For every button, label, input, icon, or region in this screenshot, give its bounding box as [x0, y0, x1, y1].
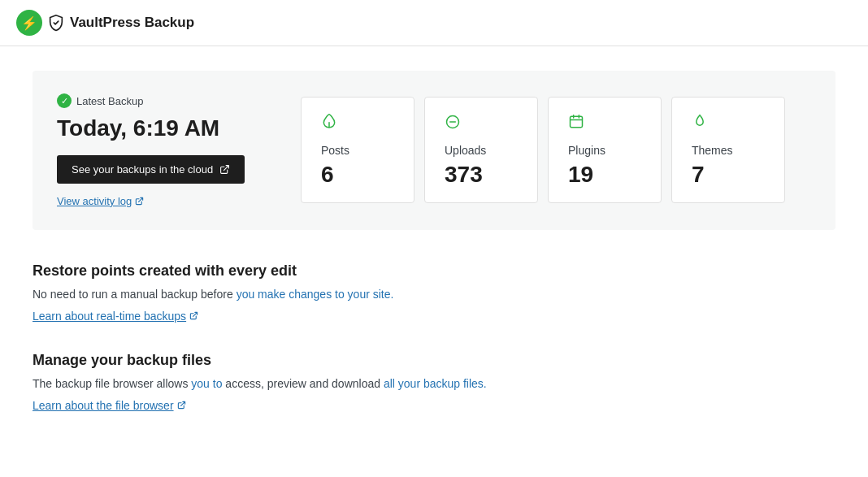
- app-title: VaultPress Backup: [70, 15, 194, 31]
- backup-info: ✓ Latest Backup Today, 6:19 AM See your …: [57, 93, 252, 207]
- info-sections: Restore points created with every edit N…: [33, 262, 835, 412]
- posts-label: Posts: [321, 144, 394, 157]
- bolt-icon: ⚡: [16, 10, 42, 36]
- check-icon: ✓: [57, 93, 72, 108]
- restore-text-highlight: you make changes to your site.: [237, 288, 394, 301]
- header: ⚡ VaultPress Backup: [0, 0, 868, 46]
- external-link-small-icon: [135, 197, 144, 206]
- manage-text-highlight: you to: [191, 377, 222, 390]
- themes-value: 7: [692, 163, 765, 186]
- stat-card-posts: Posts 6: [301, 97, 414, 203]
- main-content: ✓ Latest Backup Today, 6:19 AM See your …: [0, 46, 868, 436]
- vaultpress-shield-icon: [47, 14, 65, 32]
- backup-panel: ✓ Latest Backup Today, 6:19 AM See your …: [33, 71, 835, 230]
- realtime-backups-link[interactable]: Learn about real-time backups: [33, 310, 835, 323]
- external-link-icon: [219, 164, 230, 175]
- restore-title: Restore points created with every edit: [33, 262, 835, 280]
- uploads-icon: [445, 114, 518, 134]
- latest-backup-label: ✓ Latest Backup: [57, 93, 252, 108]
- stats-cards: Posts 6 Uploads 373: [301, 97, 785, 203]
- posts-value: 6: [321, 163, 394, 186]
- stat-card-uploads: Uploads 373: [424, 97, 538, 203]
- logo: ⚡ VaultPress Backup: [16, 10, 194, 36]
- file-browser-link[interactable]: Learn about the file browser: [33, 399, 835, 412]
- stat-card-themes: Themes 7: [671, 97, 785, 203]
- plugins-icon: [568, 114, 641, 134]
- manage-text-highlight-2: all your backup files.: [384, 377, 487, 390]
- manage-title: Manage your backup files: [33, 352, 835, 369]
- external-link-icon-2: [189, 311, 198, 320]
- svg-rect-1: [571, 117, 583, 128]
- manage-section: Manage your backup files The backup file…: [33, 352, 835, 412]
- external-link-icon-3: [177, 401, 186, 410]
- plugins-label: Plugins: [568, 144, 641, 157]
- stat-card-plugins: Plugins 19: [548, 97, 662, 203]
- restore-text: No need to run a manual backup before yo…: [33, 286, 835, 303]
- cloud-backup-button[interactable]: See your backups in the cloud: [57, 155, 245, 184]
- uploads-value: 373: [445, 163, 518, 186]
- themes-icon: [692, 114, 765, 134]
- themes-label: Themes: [692, 144, 765, 157]
- manage-text: The backup file browser allows you to ac…: [33, 375, 835, 392]
- restore-section: Restore points created with every edit N…: [33, 262, 835, 323]
- uploads-label: Uploads: [445, 144, 518, 157]
- activity-log-link[interactable]: View activity log: [57, 195, 252, 207]
- leaf-icon: [321, 114, 394, 134]
- plugins-value: 19: [568, 163, 641, 186]
- backup-time: Today, 6:19 AM: [57, 115, 252, 142]
